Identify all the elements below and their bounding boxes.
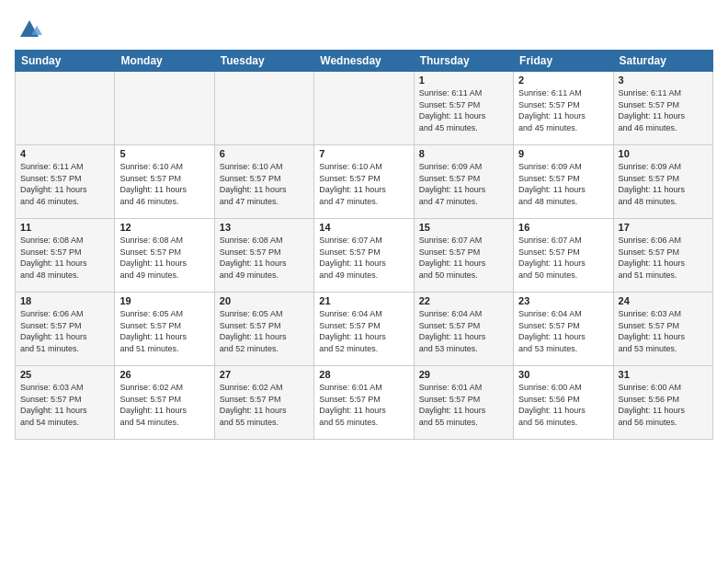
- calendar-cell: 11Sunrise: 6:08 AMSunset: 5:57 PMDayligh…: [16, 219, 115, 293]
- day-info: Sunrise: 6:02 AMSunset: 5:57 PMDaylight:…: [220, 382, 309, 428]
- day-number: 8: [419, 148, 508, 159]
- day-number: 27: [220, 369, 309, 380]
- day-info: Sunrise: 6:11 AMSunset: 5:57 PMDaylight:…: [419, 87, 508, 133]
- calendar-cell: 23Sunrise: 6:04 AMSunset: 5:57 PMDayligh…: [514, 293, 613, 366]
- day-info: Sunrise: 6:01 AMSunset: 5:57 PMDaylight:…: [319, 382, 408, 428]
- day-number: 7: [319, 148, 408, 159]
- day-info: Sunrise: 6:05 AMSunset: 5:57 PMDaylight:…: [119, 308, 209, 354]
- day-info: Sunrise: 6:09 AMSunset: 5:57 PMDaylight:…: [419, 161, 508, 207]
- calendar-cell: 2Sunrise: 6:11 AMSunset: 5:57 PMDaylight…: [514, 72, 613, 145]
- calendar-cell: [115, 72, 214, 145]
- weekday-header-thursday: Thursday: [414, 51, 513, 72]
- calendar-cell: 5Sunrise: 6:10 AMSunset: 5:57 PMDaylight…: [115, 145, 214, 219]
- day-number: 10: [619, 148, 708, 159]
- day-number: 12: [119, 222, 209, 233]
- calendar-cell: [314, 72, 414, 145]
- day-info: Sunrise: 6:08 AMSunset: 5:57 PMDaylight:…: [220, 235, 309, 281]
- day-info: Sunrise: 6:02 AMSunset: 5:57 PMDaylight:…: [119, 382, 209, 428]
- calendar-cell: 14Sunrise: 6:07 AMSunset: 5:57 PMDayligh…: [314, 219, 414, 293]
- day-info: Sunrise: 6:07 AMSunset: 5:57 PMDaylight:…: [518, 235, 608, 281]
- day-number: 31: [619, 369, 708, 380]
- day-info: Sunrise: 6:06 AMSunset: 5:57 PMDaylight:…: [619, 235, 708, 281]
- day-info: Sunrise: 6:00 AMSunset: 5:56 PMDaylight:…: [518, 382, 608, 428]
- calendar-week-row: 25Sunrise: 6:03 AMSunset: 5:57 PMDayligh…: [16, 366, 713, 440]
- calendar-cell: 3Sunrise: 6:11 AMSunset: 5:57 PMDaylight…: [613, 72, 712, 145]
- day-info: Sunrise: 6:04 AMSunset: 5:57 PMDaylight:…: [319, 308, 408, 354]
- day-info: Sunrise: 6:01 AMSunset: 5:57 PMDaylight:…: [419, 382, 508, 428]
- day-number: 5: [119, 148, 209, 159]
- calendar-cell: 25Sunrise: 6:03 AMSunset: 5:57 PMDayligh…: [16, 366, 115, 440]
- calendar-cell: 31Sunrise: 6:00 AMSunset: 5:56 PMDayligh…: [613, 366, 712, 440]
- logo-icon: [17, 15, 42, 40]
- day-info: Sunrise: 6:11 AMSunset: 5:57 PMDaylight:…: [619, 87, 708, 133]
- day-number: 26: [119, 369, 209, 380]
- day-number: 30: [518, 369, 608, 380]
- day-number: 13: [220, 222, 309, 233]
- day-info: Sunrise: 6:10 AMSunset: 5:57 PMDaylight:…: [319, 161, 408, 207]
- day-number: 15: [419, 222, 508, 233]
- calendar-cell: 29Sunrise: 6:01 AMSunset: 5:57 PMDayligh…: [414, 366, 513, 440]
- day-info: Sunrise: 6:11 AMSunset: 5:57 PMDaylight:…: [20, 161, 109, 207]
- day-number: 9: [518, 148, 608, 159]
- day-number: 16: [518, 222, 608, 233]
- day-number: 22: [419, 295, 508, 306]
- day-info: Sunrise: 6:11 AMSunset: 5:57 PMDaylight:…: [518, 87, 608, 133]
- day-number: 1: [419, 75, 508, 86]
- day-number: 18: [20, 295, 109, 306]
- day-number: 21: [319, 295, 408, 306]
- calendar-cell: [214, 72, 313, 145]
- calendar-cell: 28Sunrise: 6:01 AMSunset: 5:57 PMDayligh…: [314, 366, 414, 440]
- day-info: Sunrise: 6:04 AMSunset: 5:57 PMDaylight:…: [419, 308, 508, 354]
- calendar-cell: 9Sunrise: 6:09 AMSunset: 5:57 PMDaylight…: [514, 145, 613, 219]
- calendar-week-row: 11Sunrise: 6:08 AMSunset: 5:57 PMDayligh…: [16, 219, 713, 293]
- day-info: Sunrise: 6:05 AMSunset: 5:57 PMDaylight:…: [220, 308, 309, 354]
- calendar-cell: 7Sunrise: 6:10 AMSunset: 5:57 PMDaylight…: [314, 145, 414, 219]
- calendar-header-row: SundayMondayTuesdayWednesdayThursdayFrid…: [16, 51, 713, 72]
- day-info: Sunrise: 6:09 AMSunset: 5:57 PMDaylight:…: [518, 161, 608, 207]
- header: [15, 15, 713, 40]
- day-info: Sunrise: 6:09 AMSunset: 5:57 PMDaylight:…: [619, 161, 708, 207]
- calendar-week-row: 1Sunrise: 6:11 AMSunset: 5:57 PMDaylight…: [16, 72, 713, 145]
- day-info: Sunrise: 6:08 AMSunset: 5:57 PMDaylight:…: [119, 235, 209, 281]
- calendar-cell: 1Sunrise: 6:11 AMSunset: 5:57 PMDaylight…: [414, 72, 513, 145]
- day-info: Sunrise: 6:07 AMSunset: 5:57 PMDaylight:…: [419, 235, 508, 281]
- day-number: 6: [220, 148, 309, 159]
- calendar-cell: 19Sunrise: 6:05 AMSunset: 5:57 PMDayligh…: [115, 293, 214, 366]
- calendar-cell: 18Sunrise: 6:06 AMSunset: 5:57 PMDayligh…: [16, 293, 115, 366]
- day-number: 24: [619, 295, 708, 306]
- weekday-header-monday: Monday: [115, 51, 214, 72]
- calendar-cell: 15Sunrise: 6:07 AMSunset: 5:57 PMDayligh…: [414, 219, 513, 293]
- weekday-header-tuesday: Tuesday: [214, 51, 313, 72]
- weekday-header-sunday: Sunday: [16, 51, 115, 72]
- weekday-header-wednesday: Wednesday: [314, 51, 414, 72]
- day-number: 17: [619, 222, 708, 233]
- calendar-cell: [16, 72, 115, 145]
- day-number: 3: [619, 75, 708, 86]
- day-number: 4: [20, 148, 109, 159]
- calendar-week-row: 4Sunrise: 6:11 AMSunset: 5:57 PMDaylight…: [16, 145, 713, 219]
- day-number: 25: [20, 369, 109, 380]
- calendar-table: SundayMondayTuesdayWednesdayThursdayFrid…: [15, 50, 713, 440]
- calendar-cell: 22Sunrise: 6:04 AMSunset: 5:57 PMDayligh…: [414, 293, 513, 366]
- day-number: 28: [319, 369, 408, 380]
- calendar-cell: 26Sunrise: 6:02 AMSunset: 5:57 PMDayligh…: [115, 366, 214, 440]
- calendar-week-row: 18Sunrise: 6:06 AMSunset: 5:57 PMDayligh…: [16, 293, 713, 366]
- calendar-cell: 6Sunrise: 6:10 AMSunset: 5:57 PMDaylight…: [214, 145, 313, 219]
- day-number: 19: [119, 295, 209, 306]
- day-info: Sunrise: 6:07 AMSunset: 5:57 PMDaylight:…: [319, 235, 408, 281]
- calendar-cell: 30Sunrise: 6:00 AMSunset: 5:56 PMDayligh…: [514, 366, 613, 440]
- day-number: 14: [319, 222, 408, 233]
- calendar-cell: 13Sunrise: 6:08 AMSunset: 5:57 PMDayligh…: [214, 219, 313, 293]
- day-info: Sunrise: 6:06 AMSunset: 5:57 PMDaylight:…: [20, 308, 109, 354]
- day-info: Sunrise: 6:00 AMSunset: 5:56 PMDaylight:…: [619, 382, 708, 428]
- day-info: Sunrise: 6:03 AMSunset: 5:57 PMDaylight:…: [619, 308, 708, 354]
- day-number: 20: [220, 295, 309, 306]
- calendar-cell: 8Sunrise: 6:09 AMSunset: 5:57 PMDaylight…: [414, 145, 513, 219]
- day-info: Sunrise: 6:10 AMSunset: 5:57 PMDaylight:…: [220, 161, 309, 207]
- calendar-cell: 24Sunrise: 6:03 AMSunset: 5:57 PMDayligh…: [613, 293, 712, 366]
- logo: [15, 15, 42, 40]
- day-number: 23: [518, 295, 608, 306]
- day-info: Sunrise: 6:04 AMSunset: 5:57 PMDaylight:…: [518, 308, 608, 354]
- day-info: Sunrise: 6:03 AMSunset: 5:57 PMDaylight:…: [20, 382, 109, 428]
- calendar-cell: 20Sunrise: 6:05 AMSunset: 5:57 PMDayligh…: [214, 293, 313, 366]
